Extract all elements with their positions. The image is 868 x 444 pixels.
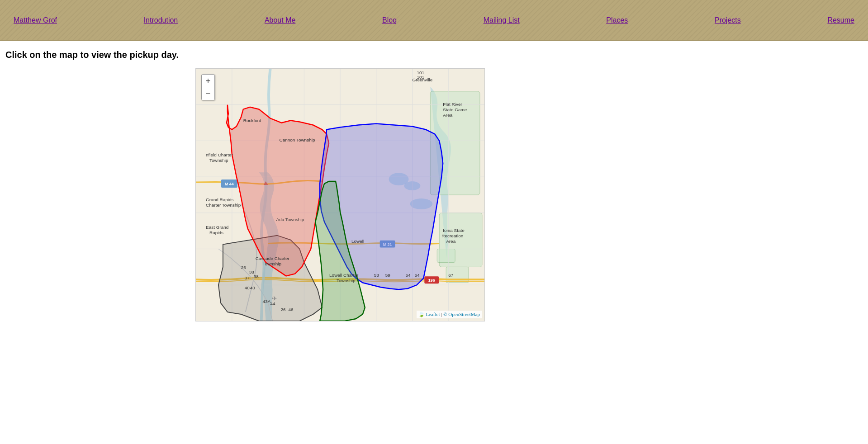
nav-resume[interactable]: Resume bbox=[827, 16, 854, 24]
osm-link[interactable]: © OpenStreetMap bbox=[443, 312, 480, 317]
nav-about-me[interactable]: About Me bbox=[265, 16, 295, 24]
nav-projects[interactable]: Projects bbox=[715, 16, 741, 24]
nav-blog[interactable]: Blog bbox=[382, 16, 397, 24]
zoom-controls: + − bbox=[201, 74, 215, 100]
main-content: Click on the map to view the pickup day. bbox=[0, 41, 868, 331]
leaflet-link[interactable]: Leaflet bbox=[426, 312, 440, 317]
nav-site-title[interactable]: Matthew Grof bbox=[14, 16, 57, 24]
nav-mailing-list[interactable]: Mailing List bbox=[484, 16, 520, 24]
site-header: Matthew Grof Introdution About Me Blog M… bbox=[0, 0, 868, 41]
map-background bbox=[196, 69, 484, 321]
map-attribution: 🍃 Leaflet | © OpenStreetMap bbox=[417, 311, 482, 318]
zoom-out-button[interactable]: − bbox=[202, 87, 214, 100]
zoom-in-button[interactable]: + bbox=[202, 75, 214, 87]
nav-introduction[interactable]: Introdution bbox=[144, 16, 178, 24]
nav-places[interactable]: Places bbox=[606, 16, 628, 24]
map-container[interactable]: M 44 M 21 196 Greenville Flat River Stat… bbox=[195, 68, 485, 321]
page-instruction: Click on the map to view the pickup day. bbox=[5, 50, 859, 60]
leaflet-icon: 🍃 bbox=[418, 312, 425, 317]
